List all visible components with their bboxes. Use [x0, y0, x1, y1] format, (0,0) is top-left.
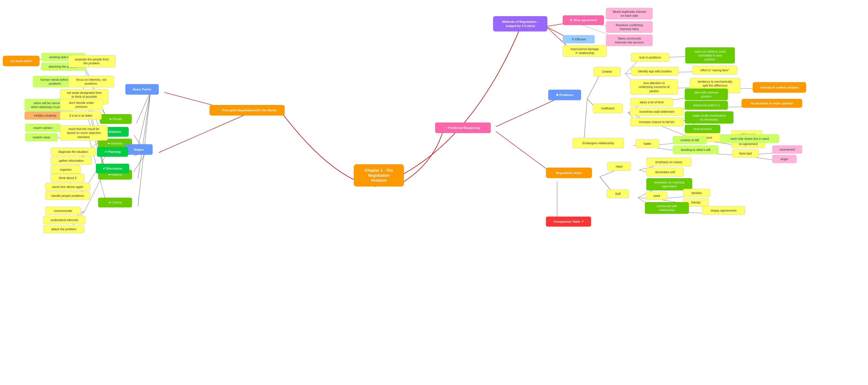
neg-styles-node[interactable]: Negotiation styles — [546, 168, 592, 178]
emph-victory-node: emphasis on victory — [646, 158, 691, 166]
dominates-soft-node: dominates soft — [646, 168, 684, 177]
soft-node: Soft — [607, 189, 629, 198]
people-node[interactable]: ➡ People — [100, 114, 132, 124]
communicate-label: communicate — [54, 209, 72, 213]
concerned-relationship-label: concerned withrelationship — [657, 204, 677, 212]
start-extreme-label: start with extremeposition — [694, 91, 718, 99]
separate-people-label: separate the people fromthe problem. — [75, 57, 109, 65]
market-value-label: market value — [33, 135, 51, 139]
contest-of-will-label: contest of will — [681, 138, 699, 142]
lock-positions-label: lock in positions — [639, 55, 661, 59]
incentives-stall-node: incentives stall settlement — [630, 107, 684, 116]
wise-agreement-node[interactable]: ① Wise agreement — [563, 15, 604, 25]
emph-victory-label: emphasis on victory — [655, 160, 682, 164]
positional-node[interactable]: • Positional Bargaining — [435, 123, 491, 133]
stages-label: Stages — [134, 148, 144, 152]
svg-line-7 — [136, 92, 150, 123]
separate-people-node: separate the people fromthe problem. — [68, 55, 116, 67]
hard-label: Hard — [616, 164, 623, 168]
discussion-node[interactable]: ✔ Discussion — [96, 164, 129, 173]
stages-node[interactable]: Stages — [125, 144, 153, 155]
endangers-rel-label: Endangers relationship — [583, 141, 614, 145]
basic-points-node[interactable]: Basic Points — [125, 84, 159, 95]
center-label: Chapter 1 - TheNegotiationProblem — [365, 168, 393, 183]
feels-bad-label: feels bad — [739, 152, 752, 155]
unwise-label: Unwise — [602, 70, 612, 73]
same-four-label: same four above again — [52, 185, 83, 189]
identify-ego-node: Identify ego with position — [631, 67, 679, 76]
handle-people-node: handle people problems — [45, 192, 90, 200]
problems-label: ✖ Problems — [556, 93, 573, 97]
comparison-table-node[interactable]: Comparison Table ↗ — [546, 217, 591, 227]
resolves-conflicting-label: Resolves conflictingInterests fairly — [616, 23, 643, 31]
bending-to-will-node: bending to other's will — [673, 145, 719, 154]
less-attention-label: less attention inunderlying concerns ofp… — [639, 81, 670, 93]
less-attention-node: less attention inunderlying concerns ofp… — [630, 79, 678, 95]
planning-node[interactable]: ✔ Planning — [97, 147, 128, 157]
mindmap-container: Chapter 1 - TheNegotiationProblem Method… — [0, 0, 868, 385]
think-about-node: think about it — [51, 174, 85, 182]
effort-saving-label: effort in "saving face" — [701, 68, 729, 72]
efficient-label: ② Efficient — [571, 37, 586, 41]
each-side-draws-node: each side draws line in sand — [720, 134, 779, 143]
friends-label: friends — [691, 200, 700, 204]
methods-label: Methods of Negotiation -Judged by 3 Crit… — [502, 20, 538, 28]
concerned-relationship-node: concerned withrelationship — [645, 202, 689, 214]
soft-used-node: used — [646, 192, 668, 200]
incentives-stall-label: incentives stall settlement — [639, 110, 674, 114]
organize-label: organize — [60, 168, 71, 171]
instead-crafted-node: instead of crafted solution — [753, 82, 806, 93]
neg-styles-label: Negotiation styles — [556, 171, 582, 175]
more-committed-label: more you defend, morecommitted to yourpo… — [694, 50, 726, 62]
principled-node[interactable]: 🔒 Principled Negotiations/On the Merits — [210, 105, 285, 116]
dont-decide-label: don't decide underpressure — [69, 101, 94, 109]
anger-label: anger — [780, 157, 788, 161]
families-node: families — [683, 189, 710, 197]
dominates-soft-label: dominates soft — [655, 170, 675, 174]
inhibits-creativity-label: inhibits creativity — [34, 114, 57, 118]
efficient-node[interactable]: ② Efficient — [563, 35, 595, 43]
discussion-label: ✔ Discussion — [103, 166, 123, 170]
effort-saving-node: effort in "saving face" — [692, 66, 737, 74]
svg-line-42 — [496, 99, 557, 127]
gather-info-node: gather information — [51, 156, 92, 165]
inhibits-creativity-node: inhibits creativity — [25, 111, 66, 120]
stubbornly-hold-label: stubbornly hold to it — [693, 103, 719, 107]
takes-lot-time-node: takes a lot of time — [630, 98, 673, 106]
unwise-node: Unwise — [593, 67, 621, 76]
criteria-node[interactable]: ➡ Criteria — [98, 198, 132, 207]
people-label: ➡ People — [109, 117, 122, 121]
slow-process-label: slow process! — [693, 127, 712, 131]
increase-chance-node: increase chance to fail b/c — [630, 118, 684, 126]
same-four-node: same four above again — [45, 183, 90, 191]
meets-legitimate-label: Meets legitimate intereston each side — [613, 10, 646, 18]
wise-agreement-label: ① Wise agreement — [570, 18, 597, 22]
increase-chance-label: increase chance to fail b/c — [639, 120, 674, 124]
insist-result-label: insist that the result bebased on some o… — [67, 127, 101, 139]
feels-bad-node: feels bad — [732, 149, 759, 158]
handle-people-label: handle people problems — [51, 194, 84, 198]
start-extreme-node: start with extremeposition — [685, 89, 728, 100]
focus-interests-label: focus on interests, notpositions. — [76, 78, 106, 86]
resolves-conflicting-node: Resolves conflictingInterests fairly — [606, 21, 653, 33]
diagnose-label: diagnose the situation — [58, 150, 88, 154]
positional-label: • Positional Bargaining — [446, 126, 480, 130]
attack-problem-node: attack the problem — [43, 225, 84, 233]
methods-node[interactable]: Methods of Negotiation -Judged by 3 Crit… — [493, 16, 547, 31]
stubbornly-hold-node: stubbornly hold to it — [685, 101, 728, 110]
problems-node[interactable]: ✖ Problems — [548, 90, 581, 100]
expert-opinion-node: expert opinion — [25, 124, 61, 132]
instead-crafted-label: instead of crafted solution — [760, 86, 799, 89]
soft-label: Soft — [615, 192, 621, 196]
more-committed-node: more you defend, morecommitted to yourpo… — [685, 47, 735, 63]
svg-line-14 — [134, 153, 146, 172]
organize-node: organize — [51, 165, 81, 174]
criteria-label: ➡ Criteria — [108, 200, 122, 204]
svg-line-9 — [138, 92, 150, 179]
battle-label: battle — [644, 142, 651, 146]
if-lot-at-stake-label: if a lot is at stake — [69, 114, 92, 118]
center-node: Chapter 1 - TheNegotiationProblem — [354, 164, 404, 187]
principled-label: 🔒 Principled Negotiations/On the Merits — [217, 108, 277, 112]
interests-label: ➡ Interests — [107, 141, 123, 145]
anger-node: anger — [772, 155, 797, 163]
